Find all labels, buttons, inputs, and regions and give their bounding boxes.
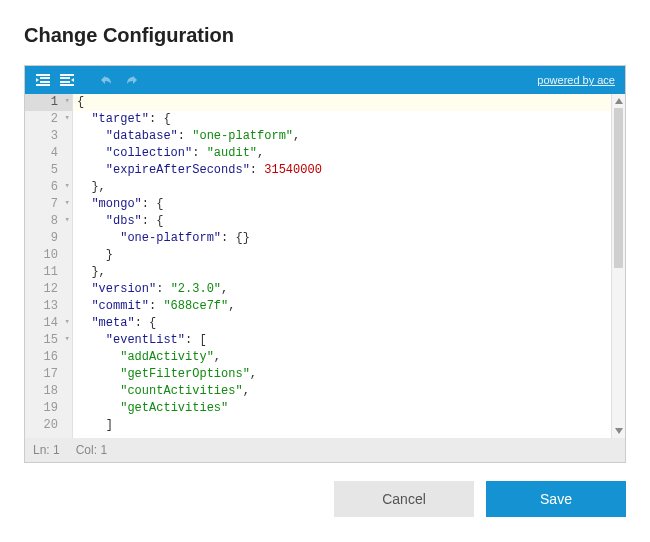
gutter-line: 15▾: [25, 332, 72, 349]
gutter-line: 8▾: [25, 213, 72, 230]
fold-icon[interactable]: ▾: [61, 216, 70, 225]
fold-icon[interactable]: ▾: [61, 199, 70, 208]
gutter-line: 3: [25, 128, 72, 145]
code-line[interactable]: "version": "2.3.0",: [73, 281, 611, 298]
undo-icon[interactable]: [97, 70, 117, 90]
gutter-line: 5: [25, 162, 72, 179]
vertical-scrollbar[interactable]: [611, 94, 625, 438]
code-line[interactable]: },: [73, 179, 611, 196]
gutter-line: 1▾: [25, 94, 72, 111]
code-line[interactable]: {: [73, 94, 611, 111]
status-line: Ln: 1: [33, 443, 60, 457]
change-configuration-dialog: Change Configuration powered by ace: [0, 0, 650, 541]
gutter-line: 9: [25, 230, 72, 247]
gutter-line: 14▾: [25, 315, 72, 332]
fold-icon[interactable]: ▾: [61, 114, 70, 123]
gutter-line: 20: [25, 417, 72, 434]
indent-right-icon[interactable]: [57, 70, 77, 90]
editor-toolbar: powered by ace: [25, 66, 625, 94]
editor-statusbar: Ln: 1 Col: 1: [25, 438, 625, 462]
powered-by-link[interactable]: powered by ace: [537, 74, 615, 86]
code-line[interactable]: },: [73, 264, 611, 281]
code-line[interactable]: "database": "one-platform",: [73, 128, 611, 145]
gutter-line: 19: [25, 400, 72, 417]
code-line[interactable]: "collection": "audit",: [73, 145, 611, 162]
gutter-line: 13: [25, 298, 72, 315]
save-button[interactable]: Save: [486, 481, 626, 517]
gutter-line: 4: [25, 145, 72, 162]
fold-icon[interactable]: ▾: [61, 318, 70, 327]
gutter-line: 2▾: [25, 111, 72, 128]
code-line[interactable]: "dbs": {: [73, 213, 611, 230]
gutter-line: 6▾: [25, 179, 72, 196]
code-line[interactable]: "target": {: [73, 111, 611, 128]
gutter-line: 12: [25, 281, 72, 298]
scroll-down-arrow[interactable]: [612, 424, 625, 438]
gutter-line: 7▾: [25, 196, 72, 213]
indent-left-icon[interactable]: [33, 70, 53, 90]
gutter-line: 18: [25, 383, 72, 400]
dialog-title: Change Configuration: [24, 24, 626, 47]
code-editor[interactable]: 1▾2▾3456▾7▾8▾91011121314▾15▾1617181920 {…: [25, 94, 625, 438]
editor-container: powered by ace 1▾2▾3456▾7▾8▾91011121314▾…: [24, 65, 626, 463]
code-line[interactable]: "meta": {: [73, 315, 611, 332]
gutter-line: 10: [25, 247, 72, 264]
code-line[interactable]: "getActivities": [73, 400, 611, 417]
status-col: Col: 1: [76, 443, 107, 457]
fold-icon[interactable]: ▾: [61, 335, 70, 344]
gutter-line: 11: [25, 264, 72, 281]
fold-icon[interactable]: ▾: [61, 182, 70, 191]
dialog-footer: Cancel Save: [24, 481, 626, 517]
code-line[interactable]: "countActivities",: [73, 383, 611, 400]
scroll-up-arrow[interactable]: [612, 94, 625, 108]
editor-code-area[interactable]: { "target": { "database": "one-platform"…: [73, 94, 611, 438]
editor-gutter: 1▾2▾3456▾7▾8▾91011121314▾15▾1617181920: [25, 94, 73, 438]
code-line[interactable]: "commit": "688ce7f",: [73, 298, 611, 315]
code-line[interactable]: "expireAfterSeconds": 31540000: [73, 162, 611, 179]
code-line[interactable]: ]: [73, 417, 611, 434]
code-line[interactable]: "getFilterOptions",: [73, 366, 611, 383]
gutter-line: 17: [25, 366, 72, 383]
scroll-thumb[interactable]: [614, 108, 623, 268]
cancel-button[interactable]: Cancel: [334, 481, 474, 517]
code-line[interactable]: }: [73, 247, 611, 264]
gutter-line: 16: [25, 349, 72, 366]
toolbar-icon-group: [33, 70, 141, 90]
redo-icon[interactable]: [121, 70, 141, 90]
fold-icon[interactable]: ▾: [61, 97, 70, 106]
code-line[interactable]: "addActivity",: [73, 349, 611, 366]
code-line[interactable]: "one-platform": {}: [73, 230, 611, 247]
code-line[interactable]: "eventList": [: [73, 332, 611, 349]
code-line[interactable]: "mongo": {: [73, 196, 611, 213]
